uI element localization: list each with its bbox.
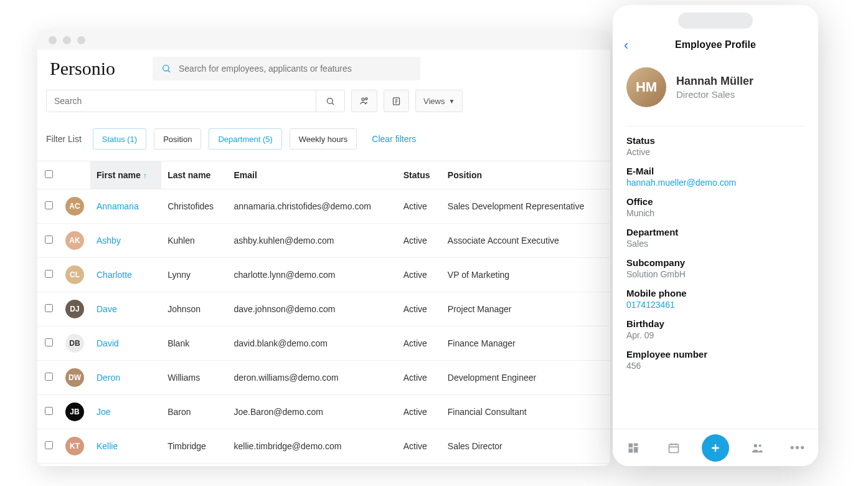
position: Sales Director	[441, 429, 610, 464]
col-status[interactable]: Status	[397, 161, 441, 189]
last-name: Blank	[161, 326, 227, 361]
table-row[interactable]: DJDaveJohnsondave.johnson@demo.comActive…	[37, 292, 610, 326]
tab-calendar[interactable]	[661, 436, 686, 460]
table-search-input[interactable]	[47, 96, 316, 106]
info-label: Status	[626, 135, 804, 146]
table-row[interactable]: JBJoeBaronJoe.Baron@demo.comActiveFinanc…	[37, 395, 610, 429]
more-icon: •••	[790, 441, 806, 454]
tab-dashboard[interactable]	[621, 436, 646, 460]
profile-info-list: StatusActiveE-Mailhannah.mueller@demo.co…	[613, 135, 818, 371]
email: kellie.timbridge@demo.com	[227, 429, 397, 464]
info-value: Solution GmbH	[626, 269, 804, 279]
table-row[interactable]: CLCharlotteLynnycharlotte.lynn@demo.comA…	[37, 258, 610, 292]
sort-asc-icon: ↑	[143, 171, 147, 180]
info-value[interactable]: 0174123461	[626, 300, 804, 310]
col-position[interactable]: Position	[441, 161, 610, 189]
status: Active	[397, 258, 441, 292]
toolbar: Views ▼	[37, 87, 610, 120]
global-search-input[interactable]	[179, 64, 412, 74]
last-name: Kraemer	[161, 464, 227, 467]
last-name: Williams	[161, 361, 227, 395]
people-picker-button[interactable]	[351, 90, 377, 112]
position: Finance Manager	[441, 326, 610, 361]
row-checkbox[interactable]	[45, 270, 53, 278]
row-checkbox[interactable]	[45, 373, 53, 381]
select-all-checkbox[interactable]	[45, 170, 53, 178]
table-row[interactable]: DWDeronWilliamsderon.williams@demo.comAc…	[37, 361, 610, 395]
table-search[interactable]	[46, 90, 345, 112]
col-first-name[interactable]: First name↑	[90, 161, 161, 189]
avatar: AK	[65, 231, 84, 250]
tab-people[interactable]	[745, 436, 770, 460]
email: david.blank@demo.com	[227, 326, 397, 361]
svg-rect-10	[628, 448, 633, 452]
avatar: AC	[65, 197, 84, 216]
first-name-link[interactable]: David	[97, 338, 119, 348]
row-checkbox[interactable]	[45, 236, 53, 244]
calendar-icon	[668, 442, 680, 454]
device-notch	[678, 12, 753, 29]
views-dropdown[interactable]: Views ▼	[415, 90, 463, 112]
info-item: E-Mailhannah.mueller@demo.com	[626, 166, 804, 188]
info-value[interactable]: hannah.mueller@demo.com	[626, 178, 804, 188]
filter-label: Filter List	[46, 134, 82, 144]
filter-chip[interactable]: Department (5)	[209, 128, 281, 150]
brand-logo: Personio	[46, 58, 153, 79]
last-name: Christofides	[161, 189, 227, 224]
status: Active	[397, 224, 441, 258]
first-name-link[interactable]: Charlotte	[97, 270, 132, 280]
email: ashby.kuhlen@demo.com	[227, 224, 397, 258]
svg-point-18	[759, 444, 762, 447]
table-row[interactable]: DBDavidBlankdavid.blank@demo.comActiveFi…	[37, 326, 610, 361]
first-name-link[interactable]: Deron	[97, 373, 120, 383]
row-checkbox[interactable]	[45, 441, 53, 449]
first-name-link[interactable]: Ashby	[97, 236, 121, 245]
row-checkbox[interactable]	[45, 338, 53, 346]
global-search[interactable]	[153, 57, 420, 80]
first-name-link[interactable]: Kellie	[97, 441, 118, 451]
table-row[interactable]: KTKellieTimbridgekellie.timbridge@demo.c…	[37, 429, 610, 464]
col-last-name[interactable]: Last name	[161, 161, 227, 189]
window-controls	[37, 30, 610, 50]
first-name-link[interactable]: Dave	[97, 304, 117, 314]
email: annamaria.christofides@demo.com	[227, 189, 397, 224]
status: Active	[397, 189, 441, 224]
svg-rect-9	[633, 447, 638, 452]
employee-list-window: Personio Views ▼ Filter List Status (1)P…	[37, 30, 610, 466]
employee-table: First name↑ Last name Email Status Posit…	[37, 161, 610, 466]
info-label: Employee number	[626, 349, 804, 360]
row-checkbox[interactable]	[45, 304, 53, 312]
col-email[interactable]: Email	[227, 161, 397, 189]
svg-rect-11	[669, 444, 678, 452]
back-button[interactable]: ‹	[624, 37, 628, 54]
tab-more[interactable]: •••	[785, 436, 810, 460]
filter-chip[interactable]: Weekly hours	[290, 128, 357, 150]
table-row[interactable]: KKKyleKraemerKyle.Kraemer@demo.comActive…	[37, 464, 610, 467]
info-item: BirthdayApr. 09	[626, 318, 804, 340]
export-icon	[392, 97, 401, 106]
employee-profile-panel: ‹ Employee Profile HM Hannah Müller Dire…	[613, 5, 818, 466]
email: deron.williams@demo.com	[227, 361, 397, 395]
first-name-link[interactable]: Joe	[97, 407, 111, 417]
info-item: OfficeMunich	[626, 196, 804, 218]
last-name: Timbridge	[161, 429, 227, 464]
filter-chip[interactable]: Status (1)	[93, 128, 146, 150]
profile-role: Director Sales	[676, 89, 753, 100]
row-checkbox[interactable]	[45, 407, 53, 415]
table-row[interactable]: AKAshbyKuhlenashby.kuhlen@demo.comActive…	[37, 224, 610, 258]
status: Active	[397, 326, 441, 361]
position: Working Student Finances	[441, 464, 610, 467]
table-search-button[interactable]	[316, 90, 344, 112]
tab-add[interactable]	[702, 434, 729, 462]
last-name: Kuhlen	[161, 224, 227, 258]
filter-chip[interactable]: Position	[154, 128, 201, 150]
avatar: KT	[65, 437, 84, 455]
first-name-link[interactable]: Annamaria	[97, 201, 139, 211]
clear-filters-link[interactable]: Clear filters	[372, 134, 416, 144]
info-item: SubcompanySolution GmbH	[626, 257, 804, 279]
position: VP of Marketing	[441, 258, 610, 292]
export-button[interactable]	[384, 90, 409, 112]
table-row[interactable]: ACAnnamariaChristofidesannamaria.christo…	[37, 189, 610, 224]
svg-point-2	[328, 98, 333, 103]
row-checkbox[interactable]	[45, 201, 53, 209]
